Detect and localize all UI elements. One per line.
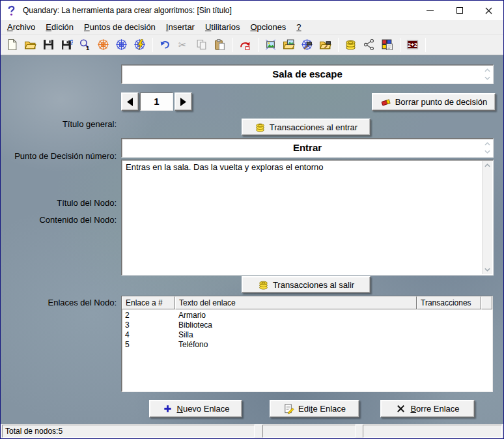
link-cell: Teléfono [175,340,417,350]
menu-item-utilitarios[interactable]: Utilitarios [200,21,245,33]
toolbar-export-folder-tool-button[interactable] [316,36,334,53]
toolbar-new-file-button[interactable] [3,36,21,53]
toolbar-export-web-tool-button[interactable] [298,36,316,53]
close-button[interactable] [474,1,503,20]
general-title-label: Título general: [2,119,117,129]
find-decision-point-icon: 1 [79,38,91,51]
svg-text:1: 1 [86,44,90,51]
maximize-button[interactable] [445,1,474,20]
maximize-icon [456,7,463,14]
edit-link-button[interactable]: Edite Enlace [270,400,359,418]
links-table-body: 2Armario3Biblioteca4Silla5Teléfono [122,309,492,350]
decision-point-label: Punto de Decisión número: [2,151,117,161]
toolbar-transactions-button[interactable] [342,36,359,53]
link-row[interactable]: 2Armario [122,311,492,320]
toolbar-web-run-button[interactable] [131,36,148,53]
node-content-value: Entras en la sala. Das la vuelta y explo… [122,160,493,175]
close-icon [485,7,492,14]
svg-text:?: ? [70,38,73,46]
toolbar-web-orange-button[interactable] [94,36,112,53]
link-row[interactable]: 4Silla [122,330,492,340]
decision-point-number[interactable]: 1 [140,92,173,111]
toolbar-separator [232,38,233,52]
toolbar-open-file-button[interactable] [21,36,39,53]
status-panel-3 [363,425,502,438]
delete-link-button[interactable]: Borre Enlace [380,400,475,418]
toolbar-export-web-image-button[interactable] [262,36,279,53]
toolbar-save-file-button[interactable] [40,36,57,53]
paste-icon [214,38,226,51]
transactions-on-exit-button[interactable]: Transacciones al salir [242,276,371,293]
minimize-icon [427,10,434,11]
link-row[interactable]: 3Biblioteca [122,320,492,330]
content-area: Título general: Sala de escape Punto de … [1,55,503,424]
column-header-extra[interactable] [481,296,492,309]
node-links-label: Enlaces del Nodo: [2,298,117,307]
link-cell: 3 [122,320,175,330]
decision-point-next-button[interactable] [175,92,192,111]
link-cell [417,340,481,350]
link-row[interactable]: 5Teléfono [122,340,492,350]
toolbar-cut-button: ✂ [175,36,192,53]
toolbar-separator [338,38,339,52]
toolbar: ?1✂2+2 [1,35,503,55]
export-web-tool-icon [301,38,313,51]
revert-icon [239,38,251,51]
menu-item-archivo[interactable]: Archivo [2,21,40,33]
toolbar-undo-button[interactable] [156,36,174,53]
delete-decision-point-button[interactable]: Borrar punto de decisión [372,93,496,111]
toolbar-appearance-button[interactable] [378,36,396,53]
node-content-scrollbar[interactable] [482,161,492,274]
node-title-scroll[interactable] [483,140,492,156]
link-map-icon [363,38,375,51]
x-icon [395,403,406,414]
menu-item-opciones[interactable]: Opciones [245,21,291,33]
web-blue-icon [115,38,128,51]
web-run-icon [133,38,146,51]
toolbar-separator [258,38,259,52]
toolbar-copy-button [193,36,210,53]
decision-point-prev-button[interactable] [121,92,139,111]
general-title-scroll[interactable] [483,66,492,82]
toolbar-revert-button[interactable] [236,36,254,53]
open-file-icon [24,38,36,51]
toolbar-paste-button[interactable] [211,36,229,53]
transactions-on-entry-button[interactable]: Transacciones al entrar [242,119,371,135]
general-title-field[interactable]: Sala de escape [121,64,494,84]
column-header-link-target[interactable]: Enlace a # [122,296,175,309]
status-bar: Total de nodos:5 [1,424,503,439]
node-links-table[interactable]: Enlace a # Texto del enlace Transaccione… [121,296,493,392]
node-content-field[interactable]: Entras en la sala. Das la vuelta y explo… [121,160,494,276]
toolbar-separator [425,38,426,52]
menu-item-puntos-de-decisi-n[interactable]: Puntos de decisión [79,21,161,33]
node-title-label: Título del Nodo: [2,198,117,208]
toolbar-find-decision-point-button[interactable]: 1 [76,36,94,53]
menu-item-help[interactable]: ? [291,21,306,33]
toolbar-export-folder-image-button[interactable] [280,36,298,53]
toolbar-calculator-button[interactable]: 2+2 [404,36,421,53]
menu-item-edici-n[interactable]: Edición [40,21,79,33]
toolbar-web-blue-button[interactable] [113,36,130,53]
link-cell: Silla [175,330,417,340]
svg-text:2+2: 2+2 [408,42,417,48]
toolbar-link-map-button[interactable] [360,36,378,53]
new-file-icon [6,38,18,51]
column-header-transactions[interactable]: Transacciones [417,296,481,309]
toolbar-save-as-button[interactable]: ? [58,36,76,53]
app-window: Quandary: La herramienta para crear algo… [0,0,504,439]
minimize-button[interactable] [415,1,445,20]
copy-icon [195,38,208,51]
plus-icon [162,403,173,414]
node-title-value: Entrar [122,139,493,156]
column-header-link-text[interactable]: Texto del enlace [175,296,417,309]
save-as-icon: ? [61,38,73,51]
node-content-label: Contenido del Nodo: [2,215,117,225]
menu-item-insertar[interactable]: Insertar [161,21,200,33]
quandary-logo-icon [6,5,17,16]
node-title-field[interactable]: Entrar [121,138,494,158]
eraser-icon [380,96,391,107]
status-panel-2 [262,425,356,438]
new-link-button[interactable]: Nuevo Enlace [149,400,242,418]
save-file-icon [42,38,55,51]
edit-note-icon [283,403,294,414]
